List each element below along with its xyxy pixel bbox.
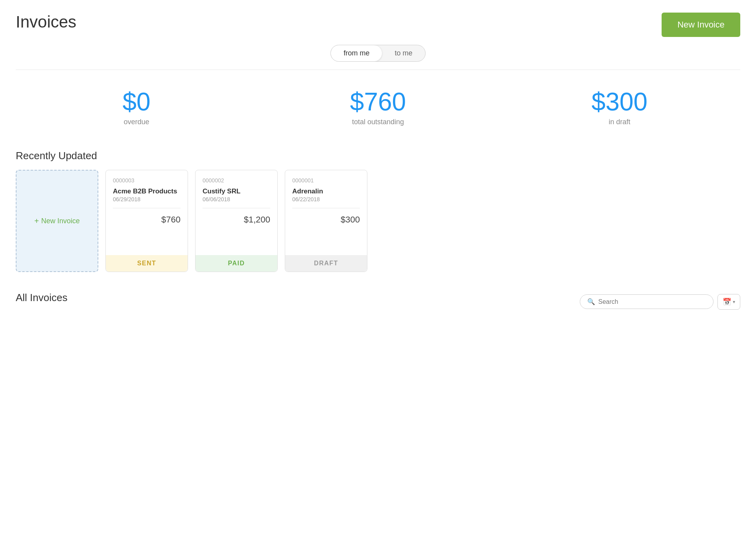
calendar-filter-button[interactable]: 📅 ▾ xyxy=(717,294,740,310)
search-area: 🔍 📅 ▾ xyxy=(580,294,740,310)
recently-updated-title: Recently Updated xyxy=(16,150,740,162)
invoice-divider xyxy=(292,208,360,208)
stat-overdue-label: overdue xyxy=(24,118,249,126)
invoice-amount: $760 xyxy=(113,212,181,227)
stat-outstanding-amount: $760 xyxy=(265,88,491,116)
invoice-card-body: 0000002 Custify SRL 06/06/2018 $1,200 xyxy=(195,170,277,255)
invoice-cards-row: + New Invoice 0000003 Acme B2B Products … xyxy=(16,170,740,272)
invoice-status-draft: DRAFT xyxy=(285,255,367,272)
invoice-card-0002[interactable]: 0000002 Custify SRL 06/06/2018 $1,200 PA… xyxy=(195,170,278,272)
stat-outstanding: $760 total outstanding xyxy=(257,84,499,130)
chevron-down-icon: ▾ xyxy=(733,299,735,305)
invoice-date: 06/29/2018 xyxy=(113,196,181,202)
invoice-card-body: 0000001 Adrenalin 06/22/2018 $300 xyxy=(285,170,367,255)
calendar-icon: 📅 xyxy=(723,298,731,306)
invoice-number: 0000001 xyxy=(292,177,360,184)
invoice-date: 06/22/2018 xyxy=(292,196,360,202)
search-box: 🔍 xyxy=(580,294,714,309)
toggle-to-me[interactable]: to me xyxy=(382,45,425,61)
stat-overdue: $0 overdue xyxy=(16,84,257,130)
invoice-number: 0000002 xyxy=(203,177,270,184)
invoice-status-sent: SENT xyxy=(106,255,188,272)
new-invoice-card[interactable]: + New Invoice xyxy=(16,170,98,272)
stat-draft-label: in draft xyxy=(507,118,732,126)
stat-draft-amount: $300 xyxy=(507,88,732,116)
search-icon: 🔍 xyxy=(587,298,595,305)
invoice-amount: $300 xyxy=(292,212,360,227)
toggle-bar: from me to me xyxy=(16,45,740,70)
invoice-amount: $1,200 xyxy=(203,212,270,227)
stat-overdue-amount: $0 xyxy=(24,88,249,116)
plus-icon: + xyxy=(34,217,39,226)
all-invoices-title: All Invoices xyxy=(16,292,68,304)
toggle-from-me[interactable]: from me xyxy=(331,45,382,61)
new-invoice-card-label: + New Invoice xyxy=(34,217,80,226)
stats-row: $0 overdue $760 total outstanding $300 i… xyxy=(16,84,740,130)
invoice-card-0003[interactable]: 0000003 Acme B2B Products 06/29/2018 $76… xyxy=(105,170,188,272)
invoice-number: 0000003 xyxy=(113,177,181,184)
invoice-client: Custify SRL xyxy=(203,187,270,195)
from-to-toggle: from me to me xyxy=(330,45,425,62)
all-invoices-row: All Invoices 🔍 📅 ▾ xyxy=(16,292,740,312)
stat-outstanding-label: total outstanding xyxy=(265,118,491,126)
invoice-status-paid: PAID xyxy=(195,255,277,272)
page-header: Invoices New Invoice xyxy=(16,13,740,37)
invoice-client: Acme B2B Products xyxy=(113,187,181,195)
invoice-divider xyxy=(203,208,270,208)
invoice-card-body: 0000003 Acme B2B Products 06/29/2018 $76… xyxy=(106,170,188,255)
search-input[interactable] xyxy=(598,298,706,305)
invoice-divider xyxy=(113,208,181,208)
stat-draft: $300 in draft xyxy=(499,84,740,130)
invoice-date: 06/06/2018 xyxy=(203,196,270,202)
invoice-client: Adrenalin xyxy=(292,187,360,195)
invoice-card-0001[interactable]: 0000001 Adrenalin 06/22/2018 $300 DRAFT xyxy=(285,170,367,272)
new-invoice-button[interactable]: New Invoice xyxy=(662,13,740,37)
page-title: Invoices xyxy=(16,13,76,31)
